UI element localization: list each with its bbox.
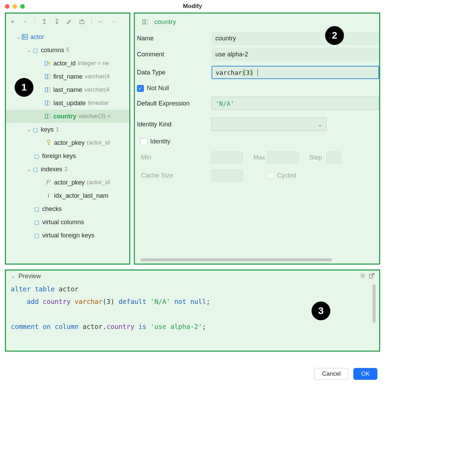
details-panel: country Name country Comment use alpha-2… xyxy=(134,13,380,265)
label-cycled: Cycled xyxy=(277,172,296,179)
tree-node-checks[interactable]: ▢ checks xyxy=(6,202,129,216)
chevron-down-icon[interactable]: ⌄ xyxy=(26,167,32,172)
tree-node-foreign-keys[interactable]: ▢ foreign keys xyxy=(6,149,129,163)
table-icon xyxy=(21,34,28,40)
tree-node-keys[interactable]: ⌄ ▢ keys 1 xyxy=(6,123,129,136)
tree-label: actor xyxy=(30,33,44,41)
tree-row[interactable]: last_update timestar xyxy=(6,96,129,110)
tree-label: foreign keys xyxy=(42,152,76,160)
structure-panel: ＋ － ↥ ↧ ← → ⌄ actor ⌄ xyxy=(5,13,130,265)
identity-checkbox[interactable] xyxy=(140,138,147,145)
move-down-icon[interactable]: ↧ xyxy=(54,17,60,26)
svg-point-16 xyxy=(47,140,49,142)
tree-node-table[interactable]: ⌄ actor xyxy=(6,30,129,44)
label-data-type: Data Type xyxy=(135,69,212,76)
tree-count: 5 xyxy=(66,47,69,54)
remove-icon[interactable]: － xyxy=(22,17,28,26)
tree-node-columns[interactable]: ⌄ ▢ columns 5 xyxy=(6,44,129,57)
tree-meta: (actor_id xyxy=(87,179,110,186)
tree-count: 1 xyxy=(56,126,59,133)
svg-rect-22 xyxy=(369,274,373,278)
max-input[interactable] xyxy=(267,151,299,163)
folder-icon: ▢ xyxy=(33,232,40,239)
label-cache-size: Cache Size xyxy=(135,172,212,179)
tree-count: 2 xyxy=(64,166,68,173)
preview-title: Preview xyxy=(18,273,41,280)
tree-label: last_update xyxy=(53,100,86,107)
svg-rect-11 xyxy=(48,88,50,92)
vertical-scrollbar[interactable] xyxy=(373,284,376,323)
tree-label: country xyxy=(53,113,76,120)
horizontal-scrollbar[interactable] xyxy=(140,258,332,261)
data-type-input[interactable]: varchar(3) xyxy=(212,66,379,79)
tree-node-virtual-foreign-keys[interactable]: ▢ virtual foreign keys xyxy=(6,229,129,242)
folder-icon: ▢ xyxy=(32,126,39,133)
name-input[interactable]: country xyxy=(212,32,379,45)
chevron-down-icon[interactable]: ⌄ xyxy=(10,274,16,279)
tree-label: checks xyxy=(42,205,62,213)
tree-node-indexes[interactable]: ⌄ ▢ indexes 2 xyxy=(6,163,129,176)
folder-icon: ▢ xyxy=(33,206,40,212)
column-icon xyxy=(142,19,149,25)
cancel-button[interactable]: Cancel xyxy=(314,368,349,380)
popout-icon[interactable] xyxy=(369,273,375,281)
not-null-checkbox[interactable]: ✓ xyxy=(137,85,144,92)
folder-icon: ▢ xyxy=(32,47,39,54)
tree-meta: varchar(4 xyxy=(84,86,109,93)
tree-row-selected[interactable]: country varchar(3) = xyxy=(6,110,129,123)
add-icon[interactable]: ＋ xyxy=(9,17,16,26)
svg-rect-13 xyxy=(48,101,50,105)
index-unique-icon: iU xyxy=(45,179,52,186)
tree-label: last_name xyxy=(53,86,82,94)
tree-meta: varchar(4 xyxy=(85,73,110,80)
ok-button[interactable]: OK xyxy=(353,368,377,380)
cycled-checkbox[interactable] xyxy=(267,172,274,179)
tree-node-virtual-columns[interactable]: ▢ virtual columns xyxy=(6,216,129,229)
move-up-icon[interactable]: ↥ xyxy=(41,17,47,26)
tree-row[interactable]: actor_id integer = ne xyxy=(6,57,129,70)
identity-kind-dropdown[interactable]: ⌄ xyxy=(212,118,327,131)
chevron-down-icon[interactable]: ⌄ xyxy=(26,48,32,53)
label-identity: Identity xyxy=(150,138,170,145)
svg-rect-20 xyxy=(146,20,148,24)
folder-icon: ▢ xyxy=(33,219,40,226)
svg-rect-15 xyxy=(48,114,50,118)
svg-rect-10 xyxy=(45,88,47,92)
tree-label: actor_pkey xyxy=(54,179,85,186)
comment-input[interactable]: use alpha-2 xyxy=(212,48,379,61)
structure-tree[interactable]: ⌄ actor ⌄ ▢ columns 5 actor_id integer =… xyxy=(6,30,129,264)
chevron-down-icon: ⌄ xyxy=(317,120,323,128)
export-icon[interactable] xyxy=(79,18,85,25)
label-step: Step xyxy=(299,154,327,161)
label-max: Max xyxy=(243,154,267,161)
chevron-down-icon[interactable]: ⌄ xyxy=(16,34,21,40)
default-expr-input[interactable]: 'N/A' xyxy=(212,97,379,110)
tree-row[interactable]: actor_pkey (actor_id xyxy=(6,136,129,149)
edit-icon[interactable] xyxy=(66,18,72,25)
tree-label: idx_actor_last_nam xyxy=(54,192,108,199)
svg-rect-12 xyxy=(45,101,47,105)
tree-row[interactable]: i idx_actor_last_nam xyxy=(6,189,129,202)
min-input[interactable] xyxy=(212,151,243,163)
window-title: Modify xyxy=(0,3,385,10)
chevron-down-icon[interactable]: ⌄ xyxy=(26,127,32,132)
dialog-footer: Cancel OK xyxy=(314,368,377,380)
tree-label: indexes xyxy=(41,166,62,173)
details-header: country xyxy=(135,14,379,30)
index-icon: i xyxy=(45,192,52,199)
gear-icon[interactable] xyxy=(360,273,366,281)
svg-point-21 xyxy=(362,275,364,277)
column-icon xyxy=(44,113,51,119)
back-icon[interactable]: ← xyxy=(98,17,104,25)
forward-icon[interactable]: → xyxy=(110,17,117,25)
label-default-expr: Default Expression xyxy=(135,100,212,107)
folder-icon: ▢ xyxy=(32,166,39,173)
svg-rect-1 xyxy=(22,34,28,39)
svg-rect-19 xyxy=(143,20,145,24)
step-input[interactable] xyxy=(327,151,340,163)
window-titlebar: Modify xyxy=(0,0,385,13)
tree-meta: varchar(3) = xyxy=(78,113,110,120)
tree-row[interactable]: iU actor_pkey (actor_id xyxy=(6,176,129,189)
structure-toolbar: ＋ － ↥ ↧ ← → xyxy=(6,14,129,30)
cache-size-input[interactable] xyxy=(212,170,243,181)
